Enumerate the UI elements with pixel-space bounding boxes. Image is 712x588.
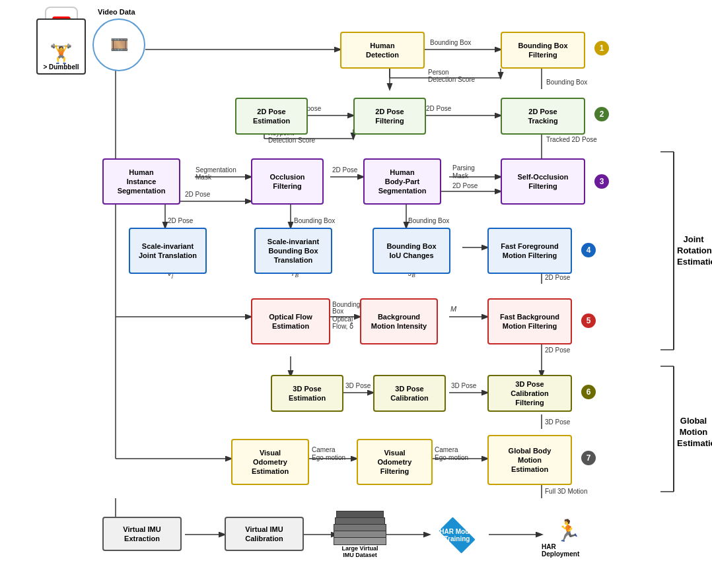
svg-text:Bounding: Bounding (332, 301, 360, 308)
human-detection-box: HumanDetection (340, 32, 425, 69)
fast-foreground-box: Fast ForegroundMotion Filtering (487, 228, 572, 274)
pose-estimation-2d-box: 2D PoseEstimation (235, 98, 308, 135)
svg-text:2D Pose: 2D Pose (545, 274, 571, 281)
har-model-training: HAR ModelTraining (428, 516, 486, 554)
svg-text:Mask: Mask (196, 174, 212, 181)
svg-text:2D Pose: 2D Pose (452, 182, 478, 189)
virtual-imu-calibration-box: Virtual IMUCalibration (225, 517, 304, 551)
global-motion-label: Global MotionEstimation (677, 416, 710, 449)
svg-text:Detection Score: Detection Score (428, 76, 476, 83)
human-instance-seg-box: HumanInstanceSegmentation (102, 158, 180, 205)
svg-text:2D Pose: 2D Pose (545, 346, 571, 354)
arrows-svg: Bounding Box Person Detection Score Boun… (0, 0, 712, 588)
video-data-circle: 🎞️ (92, 18, 145, 71)
svg-text:Bounding Box: Bounding Box (546, 79, 587, 86)
fast-background-box: Fast BackgroundMotion Filtering (487, 298, 572, 344)
svg-text:M: M (450, 305, 457, 313)
svg-text:Flow, δ̂: Flow, δ̂ (332, 322, 353, 330)
occlusion-filtering-box: OcclusionFiltering (251, 158, 324, 205)
badge-6: 6 (581, 385, 596, 399)
pose-tracking-2d-box: 2D PoseTracking (501, 98, 585, 135)
badge-4: 4 (581, 243, 596, 257)
visual-odometry-est-box: VisualOdometryEstimation (231, 439, 309, 485)
pose-3d-estimation-box: 3D PoseEstimation (271, 375, 343, 412)
svg-text:2D Pose: 2D Pose (426, 105, 452, 112)
svg-text:Parsing: Parsing (452, 164, 475, 172)
joint-rotation-label: Joint RotationEstimation (677, 234, 710, 268)
svg-text:Box: Box (332, 308, 343, 315)
bbox-iou-changes-box: Bounding BoxIoU Changes (373, 228, 450, 274)
visual-odometry-filt-box: VisualOdometryFiltering (357, 439, 433, 485)
svg-text:3D Pose: 3D Pose (545, 418, 571, 426)
svg-text:Mask: Mask (452, 172, 469, 180)
badge-7: 7 (581, 451, 596, 465)
svg-text:3D Pose: 3D Pose (345, 382, 371, 389)
body-part-seg-box: HumanBody-PartSegmentation (363, 158, 441, 205)
bounding-box-filtering-box: Bounding BoxFiltering (501, 32, 585, 69)
svg-text:Bounding Box: Bounding Box (430, 39, 471, 46)
scale-invariant-joint-box: Scale-invariantJoint Translation (129, 228, 207, 274)
svg-text:Ego-motion: Ego-motion (435, 454, 468, 461)
optical-flow-box: Optical FlowEstimation (251, 298, 330, 344)
svg-text:Camera: Camera (435, 446, 458, 453)
badge-2: 2 (594, 107, 609, 121)
virtual-imu-extraction-box: Virtual IMUExtraction (102, 517, 182, 551)
pose-filtering-2d-box: 2D PoseFiltering (353, 98, 426, 135)
pose-3d-calib-filtering-box: 3D PoseCalibrationFiltering (487, 375, 572, 412)
svg-text:Bounding Box: Bounding Box (294, 217, 335, 224)
dumbbell-label: > Dumbbell (43, 63, 79, 71)
large-virtual-imu-dataset: Large VirtualIMU Dataset (334, 511, 386, 557)
svg-text:Camera: Camera (312, 446, 336, 453)
har-deployment: 🏃 HAR Deployment (542, 511, 594, 558)
video-data-label: Video Data (98, 8, 135, 16)
badge-5: 5 (581, 313, 596, 328)
svg-text:2D Pose: 2D Pose (168, 217, 194, 224)
svg-text:Tracked 2D Pose: Tracked 2D Pose (546, 136, 597, 143)
svg-text:Bounding Box: Bounding Box (408, 217, 449, 224)
svg-text:3D Pose: 3D Pose (451, 382, 477, 389)
pose-3d-calibration-box: 3D PoseCalibration (373, 375, 446, 412)
svg-text:Person: Person (428, 69, 449, 76)
self-occlusion-filtering-box: Self-OcclusionFiltering (501, 158, 585, 205)
global-body-motion-box: Global BodyMotionEstimation (487, 435, 572, 485)
svg-text:2D Pose: 2D Pose (332, 166, 358, 174)
svg-text:2D Pose: 2D Pose (185, 191, 211, 198)
svg-text:Segmentation: Segmentation (196, 166, 236, 174)
svg-text:Optical: Optical (332, 315, 353, 323)
scale-invariant-bbox-box: Scale-invariantBounding BoxTranslation (254, 228, 332, 274)
dumbbell-figure: 🏋️ > Dumbbell (36, 18, 86, 75)
svg-text:Full 3D Motion: Full 3D Motion (545, 488, 587, 495)
background-motion-box: BackgroundMotion Intensity (360, 298, 438, 344)
badge-3: 3 (594, 174, 609, 189)
diagram: Bounding Box Person Detection Score Boun… (0, 0, 712, 588)
svg-text:Detection Score: Detection Score (268, 137, 316, 144)
badge-1: 1 (594, 41, 609, 55)
svg-text:Ego-motion: Ego-motion (312, 454, 345, 461)
